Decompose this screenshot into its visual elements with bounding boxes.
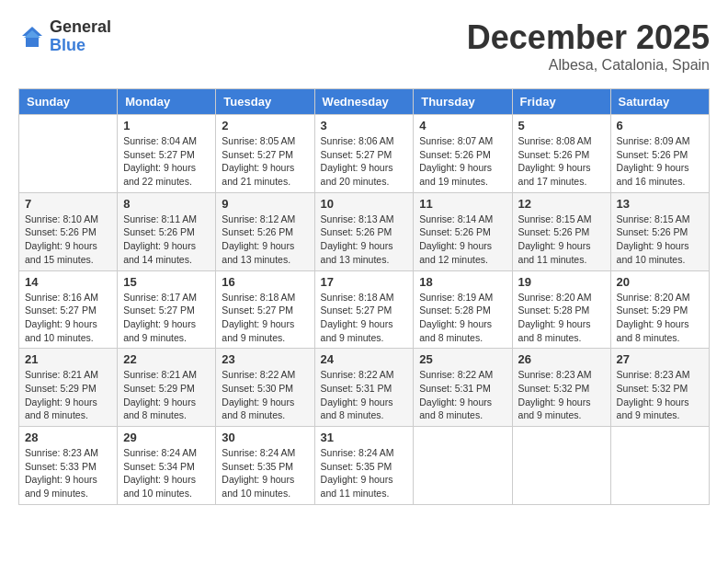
day-info: Sunrise: 8:17 AM Sunset: 5:27 PM Dayligh… <box>123 291 210 345</box>
day-info: Sunrise: 8:18 AM Sunset: 5:27 PM Dayligh… <box>222 291 308 345</box>
day-info: Sunrise: 8:12 AM Sunset: 5:26 PM Dayligh… <box>222 213 308 267</box>
calendar-cell: 7Sunrise: 8:10 AM Sunset: 5:26 PM Daylig… <box>19 192 118 270</box>
page-header: General Blue December 2025 Albesa, Catal… <box>18 18 710 74</box>
day-number: 5 <box>518 119 605 132</box>
calendar-cell: 25Sunrise: 8:22 AM Sunset: 5:31 PM Dayli… <box>414 349 512 427</box>
day-number: 20 <box>617 275 703 289</box>
calendar-cell: 22Sunrise: 8:21 AM Sunset: 5:29 PM Dayli… <box>118 349 216 427</box>
day-number: 24 <box>321 352 408 366</box>
calendar-cell: 12Sunrise: 8:15 AM Sunset: 5:26 PM Dayli… <box>512 192 610 270</box>
day-number: 11 <box>419 197 506 211</box>
day-info: Sunrise: 8:18 AM Sunset: 5:27 PM Dayligh… <box>321 291 408 345</box>
calendar-table: SundayMondayTuesdayWednesdayThursdayFrid… <box>18 88 710 505</box>
day-info: Sunrise: 8:07 AM Sunset: 5:26 PM Dayligh… <box>419 134 506 189</box>
day-info: Sunrise: 8:15 AM Sunset: 5:26 PM Dayligh… <box>518 213 605 267</box>
day-info: Sunrise: 8:22 AM Sunset: 5:31 PM Dayligh… <box>321 368 408 422</box>
day-info: Sunrise: 8:23 AM Sunset: 5:33 PM Dayligh… <box>25 446 111 500</box>
day-info: Sunrise: 8:09 AM Sunset: 5:26 PM Dayligh… <box>617 134 703 189</box>
calendar-week-3: 14Sunrise: 8:16 AM Sunset: 5:27 PM Dayli… <box>19 270 710 349</box>
logo-general-label: General <box>50 18 111 37</box>
day-number: 13 <box>617 197 703 211</box>
title-block: December 2025 Albesa, Catalonia, Spain <box>467 18 710 74</box>
calendar-cell: 5Sunrise: 8:08 AM Sunset: 5:26 PM Daylig… <box>512 115 610 193</box>
day-number: 10 <box>321 197 408 211</box>
day-info: Sunrise: 8:22 AM Sunset: 5:31 PM Dayligh… <box>419 368 506 422</box>
calendar-cell: 3Sunrise: 8:06 AM Sunset: 5:27 PM Daylig… <box>314 115 414 193</box>
calendar-cell: 29Sunrise: 8:24 AM Sunset: 5:34 PM Dayli… <box>118 427 216 505</box>
day-info: Sunrise: 8:11 AM Sunset: 5:26 PM Dayligh… <box>123 213 210 267</box>
day-info: Sunrise: 8:15 AM Sunset: 5:26 PM Dayligh… <box>617 213 703 267</box>
logo-icon <box>18 23 46 51</box>
calendar-cell: 31Sunrise: 8:24 AM Sunset: 5:35 PM Dayli… <box>314 427 414 505</box>
calendar-week-4: 21Sunrise: 8:21 AM Sunset: 5:29 PM Dayli… <box>19 349 710 427</box>
calendar-cell <box>512 427 610 505</box>
day-info: Sunrise: 8:14 AM Sunset: 5:26 PM Dayligh… <box>419 213 506 267</box>
weekday-header-thursday: Thursday <box>414 89 512 115</box>
calendar-cell: 24Sunrise: 8:22 AM Sunset: 5:31 PM Dayli… <box>314 349 414 427</box>
calendar-cell: 1Sunrise: 8:04 AM Sunset: 5:27 PM Daylig… <box>118 115 216 193</box>
day-number: 9 <box>222 197 308 211</box>
calendar-cell: 21Sunrise: 8:21 AM Sunset: 5:29 PM Dayli… <box>19 349 118 427</box>
day-number: 28 <box>25 431 111 444</box>
calendar-week-2: 7Sunrise: 8:10 AM Sunset: 5:26 PM Daylig… <box>19 192 710 270</box>
day-info: Sunrise: 8:04 AM Sunset: 5:27 PM Dayligh… <box>123 134 210 189</box>
day-number: 25 <box>419 352 506 366</box>
calendar-cell <box>19 115 118 193</box>
calendar-cell: 10Sunrise: 8:13 AM Sunset: 5:26 PM Dayli… <box>314 192 414 270</box>
day-number: 8 <box>123 197 210 211</box>
month-title: December 2025 <box>467 18 710 57</box>
day-info: Sunrise: 8:20 AM Sunset: 5:28 PM Dayligh… <box>518 291 605 345</box>
calendar-cell: 27Sunrise: 8:23 AM Sunset: 5:32 PM Dayli… <box>610 349 709 427</box>
day-info: Sunrise: 8:19 AM Sunset: 5:28 PM Dayligh… <box>419 291 506 345</box>
day-info: Sunrise: 8:24 AM Sunset: 5:35 PM Dayligh… <box>222 446 308 500</box>
calendar-cell: 26Sunrise: 8:23 AM Sunset: 5:32 PM Dayli… <box>512 349 610 427</box>
day-number: 4 <box>419 119 506 132</box>
calendar-cell: 11Sunrise: 8:14 AM Sunset: 5:26 PM Dayli… <box>414 192 512 270</box>
day-number: 22 <box>123 352 210 366</box>
day-number: 21 <box>25 352 111 366</box>
calendar-body: 1Sunrise: 8:04 AM Sunset: 5:27 PM Daylig… <box>19 115 710 505</box>
day-number: 18 <box>419 275 506 289</box>
day-info: Sunrise: 8:21 AM Sunset: 5:29 PM Dayligh… <box>25 368 111 422</box>
day-number: 19 <box>518 275 605 289</box>
calendar-cell: 30Sunrise: 8:24 AM Sunset: 5:35 PM Dayli… <box>216 427 314 505</box>
day-info: Sunrise: 8:24 AM Sunset: 5:34 PM Dayligh… <box>123 446 210 500</box>
calendar-cell: 20Sunrise: 8:20 AM Sunset: 5:29 PM Dayli… <box>610 270 709 349</box>
day-number: 16 <box>222 275 308 289</box>
day-number: 17 <box>321 275 408 289</box>
day-number: 12 <box>518 197 605 211</box>
day-info: Sunrise: 8:22 AM Sunset: 5:30 PM Dayligh… <box>222 368 308 422</box>
day-number: 14 <box>25 275 111 289</box>
day-info: Sunrise: 8:08 AM Sunset: 5:26 PM Dayligh… <box>518 134 605 189</box>
day-number: 29 <box>123 431 210 444</box>
day-number: 30 <box>222 431 308 444</box>
day-number: 3 <box>321 119 408 132</box>
logo: General Blue <box>18 18 111 55</box>
weekday-header-saturday: Saturday <box>610 89 709 115</box>
calendar-cell: 19Sunrise: 8:20 AM Sunset: 5:28 PM Dayli… <box>512 270 610 349</box>
day-info: Sunrise: 8:13 AM Sunset: 5:26 PM Dayligh… <box>321 213 408 267</box>
calendar-cell: 4Sunrise: 8:07 AM Sunset: 5:26 PM Daylig… <box>414 115 512 193</box>
calendar-cell: 2Sunrise: 8:05 AM Sunset: 5:27 PM Daylig… <box>216 115 314 193</box>
calendar-cell: 17Sunrise: 8:18 AM Sunset: 5:27 PM Dayli… <box>314 270 414 349</box>
weekday-header-monday: Monday <box>118 89 216 115</box>
day-number: 27 <box>617 352 703 366</box>
day-number: 6 <box>617 119 703 132</box>
day-number: 1 <box>123 119 210 132</box>
day-info: Sunrise: 8:05 AM Sunset: 5:27 PM Dayligh… <box>222 134 308 189</box>
calendar-cell: 8Sunrise: 8:11 AM Sunset: 5:26 PM Daylig… <box>118 192 216 270</box>
calendar-cell: 6Sunrise: 8:09 AM Sunset: 5:26 PM Daylig… <box>610 115 709 193</box>
day-info: Sunrise: 8:16 AM Sunset: 5:27 PM Dayligh… <box>25 291 111 345</box>
logo-blue-label: Blue <box>50 37 111 55</box>
day-info: Sunrise: 8:21 AM Sunset: 5:29 PM Dayligh… <box>123 368 210 422</box>
day-info: Sunrise: 8:24 AM Sunset: 5:35 PM Dayligh… <box>321 446 408 500</box>
day-info: Sunrise: 8:23 AM Sunset: 5:32 PM Dayligh… <box>617 368 703 422</box>
day-number: 31 <box>321 431 408 444</box>
calendar-cell: 16Sunrise: 8:18 AM Sunset: 5:27 PM Dayli… <box>216 270 314 349</box>
day-number: 26 <box>518 352 605 366</box>
calendar-cell <box>610 427 709 505</box>
day-info: Sunrise: 8:06 AM Sunset: 5:27 PM Dayligh… <box>321 134 408 189</box>
calendar-cell: 14Sunrise: 8:16 AM Sunset: 5:27 PM Dayli… <box>19 270 118 349</box>
calendar-cell: 9Sunrise: 8:12 AM Sunset: 5:26 PM Daylig… <box>216 192 314 270</box>
day-number: 15 <box>123 275 210 289</box>
